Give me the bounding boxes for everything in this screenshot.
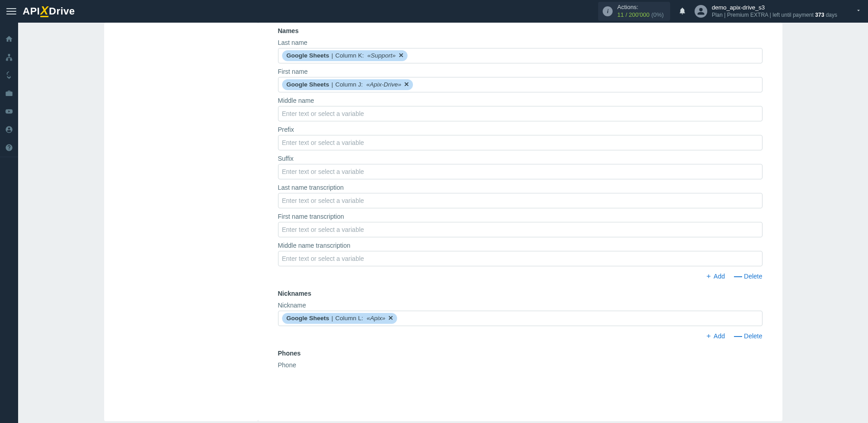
user-icon	[697, 7, 705, 15]
placeholder: Enter text or select a variable	[282, 168, 364, 175]
main-area: Names Last name Google Sheets | Column K…	[18, 23, 868, 423]
info-icon: i	[603, 6, 613, 16]
user-name: demo_apix-drive_s3	[712, 4, 837, 12]
logo-part-x: X	[40, 5, 48, 17]
input-first-name[interactable]: Google Sheets | Column J: «Apix-Drive» ✕	[278, 77, 762, 92]
left-card	[104, 23, 258, 421]
nicknames-row-actions: Add — Delete	[278, 332, 762, 340]
user-info: demo_apix-drive_s3 Plan | Premium EXTRA …	[712, 4, 837, 19]
input-first-name-tr[interactable]: Enter text or select a variable	[278, 222, 762, 237]
input-middle-name[interactable]: Enter text or select a variable	[278, 106, 762, 121]
user-circle-icon	[5, 125, 13, 134]
center-panel: Names Last name Google Sheets | Column K…	[258, 23, 782, 423]
actions-text: Actions: 11 / 200'000(0%)	[617, 4, 664, 19]
actions-label: Actions:	[617, 4, 664, 11]
sidebar-divider	[0, 157, 18, 157]
add-nicknames-button[interactable]: Add	[705, 332, 725, 340]
sidebar-item-connections[interactable]	[0, 48, 18, 66]
chevron-down-icon	[842, 7, 862, 15]
sidebar	[0, 23, 18, 423]
label-suffix: Suffix	[278, 155, 762, 162]
sidebar-item-video[interactable]	[0, 102, 18, 120]
actions-sep: /	[624, 11, 629, 18]
sidebar-item-help[interactable]	[0, 139, 18, 157]
section-title-names: Names	[278, 27, 762, 34]
chip-last-name: Google Sheets | Column K: «Support» ✕	[282, 50, 408, 61]
placeholder: Enter text or select a variable	[282, 226, 364, 233]
add-names-button[interactable]: Add	[705, 273, 725, 280]
bell-icon	[678, 7, 686, 15]
input-middle-name-tr[interactable]: Enter text or select a variable	[278, 251, 762, 266]
label-first-name: First name	[278, 68, 762, 75]
help-icon	[5, 144, 13, 152]
chip-first-name: Google Sheets | Column J: «Apix-Drive» ✕	[282, 79, 413, 90]
logo-part-drive: Drive	[49, 5, 75, 17]
input-last-name-tr[interactable]: Enter text or select a variable	[278, 193, 762, 208]
sidebar-item-home[interactable]	[0, 30, 18, 48]
label-first-name-tr: First name transcription	[278, 213, 762, 220]
placeholder: Enter text or select a variable	[282, 139, 364, 146]
sidebar-item-billing[interactable]	[0, 66, 18, 84]
label-last-name: Last name	[278, 39, 762, 46]
avatar	[695, 5, 707, 18]
chip-remove-icon[interactable]: ✕	[388, 314, 393, 322]
actions-pct: (0%)	[651, 11, 663, 18]
sidebar-item-briefcase[interactable]	[0, 84, 18, 102]
placeholder: Enter text or select a variable	[282, 255, 364, 262]
svg-rect-2	[10, 58, 12, 60]
delete-names-button[interactable]: — Delete	[734, 273, 762, 280]
section-title-nicknames: Nicknames	[278, 290, 762, 297]
plus-icon	[705, 333, 712, 339]
briefcase-icon	[5, 89, 13, 97]
logo-part-api: API	[23, 5, 40, 17]
input-prefix[interactable]: Enter text or select a variable	[278, 135, 762, 150]
label-phone: Phone	[278, 361, 762, 369]
label-last-name-tr: Last name transcription	[278, 184, 762, 191]
svg-rect-1	[9, 54, 10, 56]
plus-icon	[705, 273, 712, 279]
notifications-button[interactable]	[678, 7, 686, 16]
names-row-actions: Add — Delete	[278, 273, 762, 280]
menu-toggle-icon[interactable]	[6, 6, 16, 16]
user-menu[interactable]: demo_apix-drive_s3 Plan | Premium EXTRA …	[695, 4, 862, 19]
label-nickname: Nickname	[278, 302, 762, 309]
svg-rect-0	[6, 58, 8, 60]
section-title-phones: Phones	[278, 350, 762, 357]
user-plan: Plan | Premium EXTRA | left until paymen…	[712, 12, 837, 19]
placeholder: Enter text or select a variable	[282, 110, 364, 117]
label-middle-name-tr: Middle name transcription	[278, 242, 762, 249]
home-icon	[5, 35, 13, 43]
chip-remove-icon[interactable]: ✕	[404, 81, 409, 89]
placeholder: Enter text or select a variable	[282, 197, 364, 204]
input-suffix[interactable]: Enter text or select a variable	[278, 164, 762, 179]
label-prefix: Prefix	[278, 126, 762, 133]
mapping-form: Names Last name Google Sheets | Column K…	[258, 23, 782, 421]
actions-used: 11	[617, 11, 623, 18]
top-header: API X Drive i Actions: 11 / 200'000(0%) …	[0, 0, 868, 23]
left-panel	[104, 23, 258, 423]
youtube-icon	[5, 107, 13, 115]
actions-counter[interactable]: i Actions: 11 / 200'000(0%)	[598, 2, 670, 21]
actions-limit: 200'000	[629, 11, 650, 18]
chip-remove-icon[interactable]: ✕	[398, 52, 404, 60]
input-nickname[interactable]: Google Sheets | Column L: «Apix» ✕	[278, 311, 762, 326]
input-last-name[interactable]: Google Sheets | Column K: «Support» ✕	[278, 48, 762, 63]
chip-nickname: Google Sheets | Column L: «Apix» ✕	[282, 313, 398, 324]
sidebar-item-account[interactable]	[0, 120, 18, 139]
label-middle-name: Middle name	[278, 97, 762, 104]
logo[interactable]: API X Drive	[23, 5, 75, 17]
dollar-icon	[5, 71, 13, 79]
delete-nicknames-button[interactable]: — Delete	[734, 332, 762, 340]
sitemap-icon	[5, 53, 13, 61]
